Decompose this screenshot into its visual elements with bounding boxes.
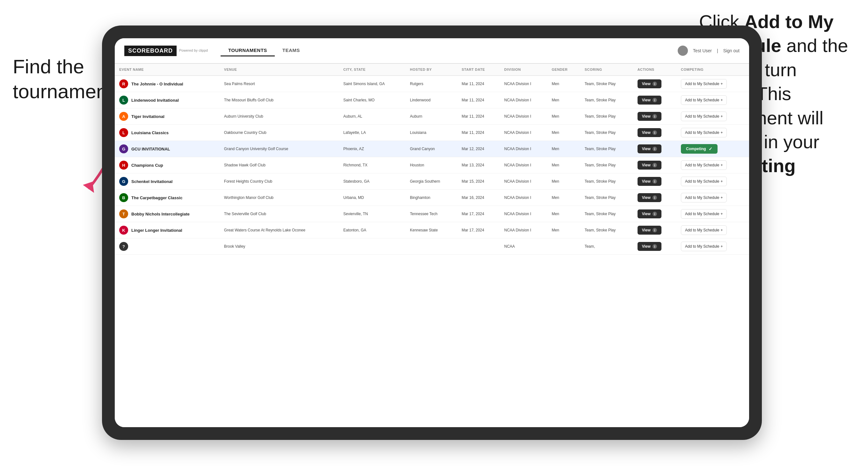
table-row: A Tiger Invitational Auburn University C… xyxy=(115,108,749,125)
actions-cell-9: View i xyxy=(633,206,676,222)
event-name-text-1: The Johnnie - O Individual xyxy=(131,82,183,86)
view-button-10[interactable]: View i xyxy=(638,226,661,235)
gender-cell-8: Men xyxy=(547,190,580,206)
table-row: H Champions Cup Shadow Hawk Golf Club Ri… xyxy=(115,157,749,174)
scoring-cell-1: Team, Stroke Play xyxy=(580,75,633,92)
tab-teams[interactable]: TEAMS xyxy=(275,45,308,56)
view-button-8[interactable]: View i xyxy=(638,193,661,202)
checkmark-icon: ✓ xyxy=(709,146,712,151)
col-venue: VENUE xyxy=(220,64,339,75)
tab-tournaments[interactable]: TOURNAMENTS xyxy=(221,45,275,56)
date-cell-1: Mar 11, 2024 xyxy=(457,75,500,92)
add-schedule-button-9[interactable]: Add to My Schedule + xyxy=(681,209,727,219)
scoring-cell-10: Team, Stroke Play xyxy=(580,222,633,239)
gender-cell-3: Men xyxy=(547,108,580,125)
city-cell-10: Eatonton, GA xyxy=(339,222,405,239)
host-cell-3: Auburn xyxy=(405,108,457,125)
event-name-cell-3: A Tiger Invitational xyxy=(115,108,220,125)
competing-cell-2: Add to My Schedule + xyxy=(676,92,749,108)
col-city-state: CITY, STATE xyxy=(339,64,405,75)
team-logo-8: B xyxy=(119,193,128,202)
venue-cell-8: Worthington Manor Golf Club xyxy=(220,190,339,206)
scoring-cell-5: Team, Stroke Play xyxy=(580,141,633,157)
division-cell-2: NCAA Division I xyxy=(500,92,547,108)
team-logo-6: H xyxy=(119,161,128,169)
add-schedule-button-10[interactable]: Add to My Schedule + xyxy=(681,225,727,235)
competing-cell-5: Competing ✓ xyxy=(676,141,749,157)
host-cell-10: Kennesaw State xyxy=(405,222,457,239)
plus-icon: + xyxy=(720,130,723,135)
pipe-separator: | xyxy=(717,48,718,53)
event-name-text-8: The Carpetbagger Classic xyxy=(131,195,182,200)
table-row: G Schenkel Invitational Forest Heights C… xyxy=(115,174,749,190)
add-schedule-button-4[interactable]: Add to My Schedule + xyxy=(681,128,727,137)
scoring-cell-3: Team, Stroke Play xyxy=(580,108,633,125)
actions-cell-6: View i xyxy=(633,157,676,174)
header-right: Test User | Sign out xyxy=(678,45,740,56)
division-cell-3: NCAA Division I xyxy=(500,108,547,125)
add-schedule-button-11[interactable]: Add to My Schedule + xyxy=(681,242,727,251)
tablet-screen: SCOREBOARD Powered by clippd TOURNAMENTS… xyxy=(115,38,749,427)
host-cell-11 xyxy=(405,239,457,255)
table-row: T Bobby Nichols Intercollegiate The Sevi… xyxy=(115,206,749,222)
view-button-2[interactable]: View i xyxy=(638,96,661,104)
sign-out-link[interactable]: Sign out xyxy=(723,48,740,53)
team-logo-4: L xyxy=(119,128,128,137)
plus-icon: + xyxy=(720,179,723,184)
view-button-7[interactable]: View i xyxy=(638,177,661,186)
host-cell-2: Lindenwood xyxy=(405,92,457,108)
col-competing: COMPETING xyxy=(676,64,749,75)
venue-cell-6: Shadow Hawk Golf Club xyxy=(220,157,339,174)
date-cell-7: Mar 15, 2024 xyxy=(457,174,500,190)
plus-icon: + xyxy=(720,195,723,200)
table-row: G GCU INVITATIONAL Grand Canyon Universi… xyxy=(115,141,749,157)
event-name-cell-7: G Schenkel Invitational xyxy=(115,174,220,190)
info-icon-8: i xyxy=(652,195,657,200)
city-cell-2: Saint Charles, MO xyxy=(339,92,405,108)
division-cell-9: NCAA Division I xyxy=(500,206,547,222)
add-schedule-button-7[interactable]: Add to My Schedule + xyxy=(681,177,727,186)
date-cell-4: Mar 11, 2024 xyxy=(457,125,500,141)
view-button-9[interactable]: View i xyxy=(638,210,661,218)
gender-cell-6: Men xyxy=(547,157,580,174)
city-cell-8: Urbana, MD xyxy=(339,190,405,206)
scoring-cell-7: Team, Stroke Play xyxy=(580,174,633,190)
event-name-cell-6: H Champions Cup xyxy=(115,157,220,174)
team-logo-2: L xyxy=(119,96,128,104)
gender-cell-1: Men xyxy=(547,75,580,92)
tablet-frame: SCOREBOARD Powered by clippd TOURNAMENTS… xyxy=(102,26,762,440)
scoring-cell-11: Team, xyxy=(580,239,633,255)
add-schedule-button-8[interactable]: Add to My Schedule + xyxy=(681,193,727,203)
venue-cell-2: The Missouri Bluffs Golf Club xyxy=(220,92,339,108)
gender-cell-11 xyxy=(547,239,580,255)
add-schedule-button-2[interactable]: Add to My Schedule + xyxy=(681,95,727,105)
gender-cell-5: Men xyxy=(547,141,580,157)
division-cell-10: NCAA Division I xyxy=(500,222,547,239)
venue-cell-4: Oakbourne Country Club xyxy=(220,125,339,141)
team-logo-10: K xyxy=(119,226,128,235)
add-schedule-button-6[interactable]: Add to My Schedule + xyxy=(681,160,727,170)
city-cell-5: Phoenix, AZ xyxy=(339,141,405,157)
info-icon-1: i xyxy=(652,82,657,86)
host-cell-6: Houston xyxy=(405,157,457,174)
actions-cell-1: View i xyxy=(633,75,676,92)
date-cell-10: Mar 17, 2024 xyxy=(457,222,500,239)
add-schedule-button-3[interactable]: Add to My Schedule + xyxy=(681,112,727,121)
view-button-1[interactable]: View i xyxy=(638,80,661,88)
division-cell-7: NCAA Division I xyxy=(500,174,547,190)
event-name-text-4: Louisiana Classics xyxy=(131,130,168,135)
event-name-text-7: Schenkel Invitational xyxy=(131,179,173,184)
view-button-6[interactable]: View i xyxy=(638,161,661,169)
view-button-5[interactable]: View i xyxy=(638,145,661,153)
venue-cell-9: The Sevierville Golf Club xyxy=(220,206,339,222)
view-button-4[interactable]: View i xyxy=(638,128,661,137)
user-avatar xyxy=(678,45,688,56)
city-cell-4: Lafayette, LA xyxy=(339,125,405,141)
view-button-3[interactable]: View i xyxy=(638,112,661,121)
actions-cell-10: View i xyxy=(633,222,676,239)
plus-icon: + xyxy=(720,114,723,119)
view-button-11[interactable]: View i xyxy=(638,242,661,251)
col-event-name: EVENT NAME xyxy=(115,64,220,75)
competing-button-5[interactable]: Competing ✓ xyxy=(681,144,717,154)
add-schedule-button-1[interactable]: Add to My Schedule + xyxy=(681,79,727,89)
